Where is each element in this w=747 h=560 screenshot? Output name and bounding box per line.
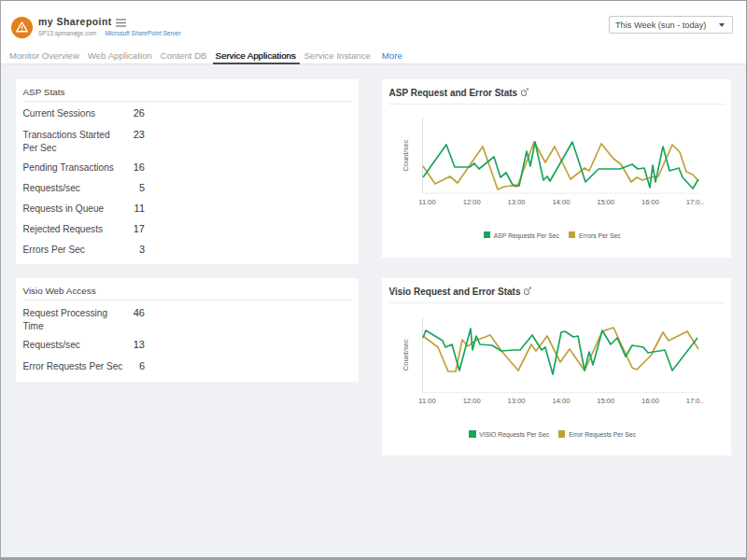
svg-text:15:00: 15:00	[597, 198, 614, 206]
svg-text:12:00: 12:00	[463, 397, 481, 405]
svg-text:Count/sec: Count/sec	[402, 339, 410, 371]
svg-text:14:00: 14:00	[552, 198, 570, 206]
svg-text:12:00: 12:00	[463, 198, 481, 206]
svg-text:14:00: 14:00	[552, 397, 570, 405]
svg-text:16:00: 16:00	[641, 397, 659, 405]
svg-text:16:00: 16:00	[641, 198, 659, 206]
svg-text:15:00: 15:00	[597, 397, 614, 405]
svg-text:Count/sec: Count/sec	[402, 139, 410, 171]
svg-text:17:0..: 17:0..	[686, 397, 704, 405]
svg-text:17:0..: 17:0..	[686, 198, 704, 206]
svg-text:11:00: 11:00	[418, 397, 435, 405]
svg-text:11:00: 11:00	[418, 198, 435, 206]
svg-text:13:00: 13:00	[508, 198, 526, 206]
svg-text:13:00: 13:00	[508, 397, 526, 405]
